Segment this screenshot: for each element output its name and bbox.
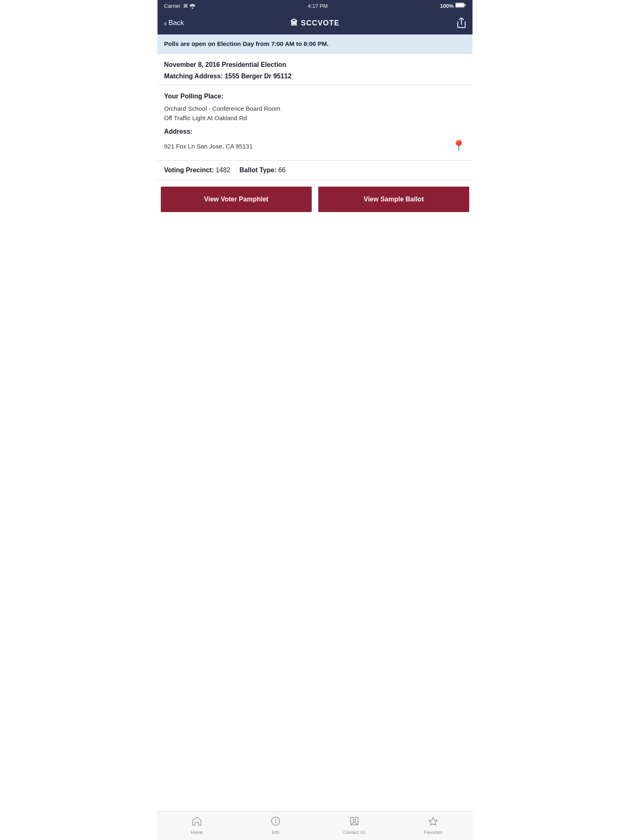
precinct-row: Voting Precinct: 1482 Ballot Type: 66	[158, 161, 472, 180]
address-label: Address:	[164, 128, 466, 135]
view-sample-ballot-button[interactable]: View Sample Ballot	[318, 187, 469, 212]
ballot-type-value: 66	[278, 167, 286, 173]
nav-logo-icon: 🏛	[290, 19, 298, 27]
tab-favorites[interactable]: Favorites	[394, 817, 472, 835]
battery-label: 100%	[440, 3, 454, 9]
carrier-label: Carrier	[164, 3, 180, 9]
home-tab-label: Home	[191, 830, 203, 835]
share-icon	[457, 18, 466, 28]
status-bar-time: 4:17 PM	[308, 3, 327, 9]
contact-icon	[350, 817, 359, 828]
info-icon	[271, 817, 280, 828]
polling-place-name: Orchard School - Conference Board Room	[164, 104, 466, 113]
voting-precinct-value: 1482	[216, 167, 231, 173]
favorites-tab-label: Favorites	[424, 830, 442, 835]
tab-contact[interactable]: Contact Us	[315, 817, 394, 835]
status-bar-left: Carrier ⌘	[164, 3, 195, 9]
polling-place-directions: Off Traffic Light At Oakland Rd	[164, 114, 466, 122]
tab-home[interactable]: Home	[158, 817, 236, 835]
action-buttons: View Voter Pamphlet View Sample Ballot	[158, 187, 472, 212]
battery-icon	[455, 2, 466, 9]
tab-info[interactable]: Info	[236, 817, 315, 835]
nav-title: 🏛 SCCVOTE	[193, 19, 437, 27]
nav-bar: ‹ Back 🏛 SCCVOTE	[158, 11, 472, 34]
svg-point-0	[192, 7, 193, 9]
contact-tab-label: Contact Us	[343, 830, 365, 835]
matching-address-label: Matching Address:	[164, 73, 223, 80]
matching-address: Matching Address: 1555 Berger Dr 95112	[164, 73, 466, 80]
polling-place-section: Your Polling Place: Orchard School - Con…	[158, 85, 472, 161]
banner-text: Polls are open on Election Day from 7:00…	[164, 40, 329, 47]
election-title: November 8, 2016 Presidential Election	[164, 61, 466, 68]
info-tab-label: Info	[272, 830, 279, 835]
home-icon	[192, 817, 201, 828]
svg-marker-10	[429, 817, 437, 825]
ballot-type-label: Ballot Type:	[240, 167, 276, 173]
view-voter-pamphlet-button[interactable]: View Voter Pamphlet	[161, 187, 312, 212]
back-button[interactable]: ‹ Back	[164, 19, 193, 27]
svg-point-9	[353, 819, 356, 822]
map-pin-icon[interactable]: 📍	[452, 139, 466, 153]
favorites-icon	[429, 817, 438, 828]
election-info-section: November 8, 2016 Presidential Election M…	[158, 54, 472, 85]
voting-precinct-label: Voting Precinct:	[164, 167, 214, 173]
tab-bar: Home Info Contact Us Favorites	[158, 811, 472, 840]
address-text: 921 Fox Ln San Jose, CA 95131	[164, 143, 253, 150]
back-label: Back	[169, 19, 184, 27]
polls-banner: Polls are open on Election Day from 7:00…	[158, 34, 472, 54]
status-bar-right: 100%	[440, 2, 466, 9]
polling-place-label: Your Polling Place:	[164, 93, 466, 100]
wifi-icon: ⌘	[183, 3, 196, 9]
address-row: 921 Fox Ln San Jose, CA 95131 📍	[164, 139, 466, 160]
svg-rect-3	[456, 3, 464, 7]
status-bar: Carrier ⌘ 4:17 PM 100%	[158, 0, 472, 11]
share-button[interactable]	[437, 18, 466, 28]
matching-address-value: 1555 Berger Dr 95112	[225, 73, 292, 80]
svg-point-7	[275, 819, 276, 820]
svg-rect-4	[465, 4, 466, 6]
back-chevron-icon: ‹	[164, 19, 167, 27]
